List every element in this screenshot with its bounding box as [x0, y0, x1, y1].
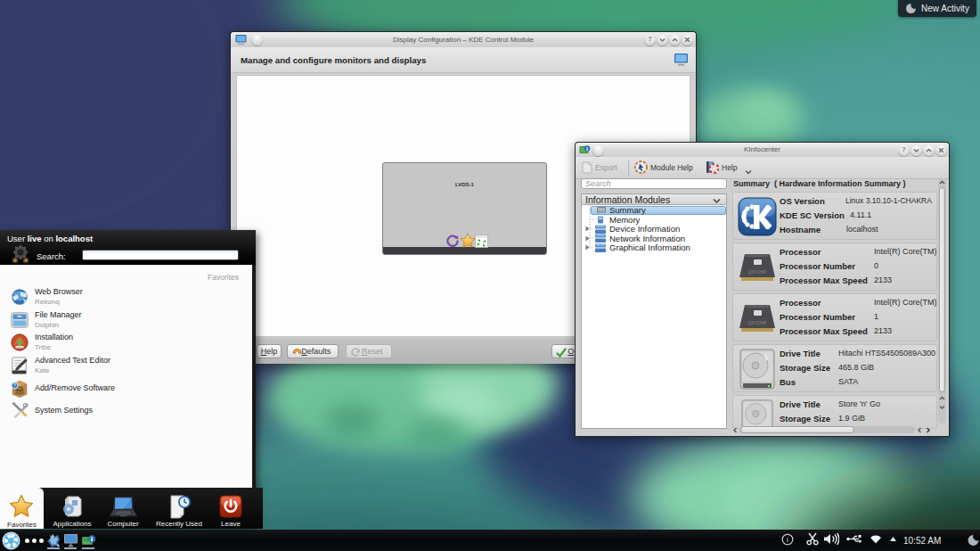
svg-text:i: i	[787, 536, 788, 544]
svg-text:?: ?	[13, 382, 16, 388]
svg-text:QXYCHIP: QXYCHIP	[748, 321, 766, 325]
svg-text:QXYCHIP: QXYCHIP	[748, 270, 766, 275]
